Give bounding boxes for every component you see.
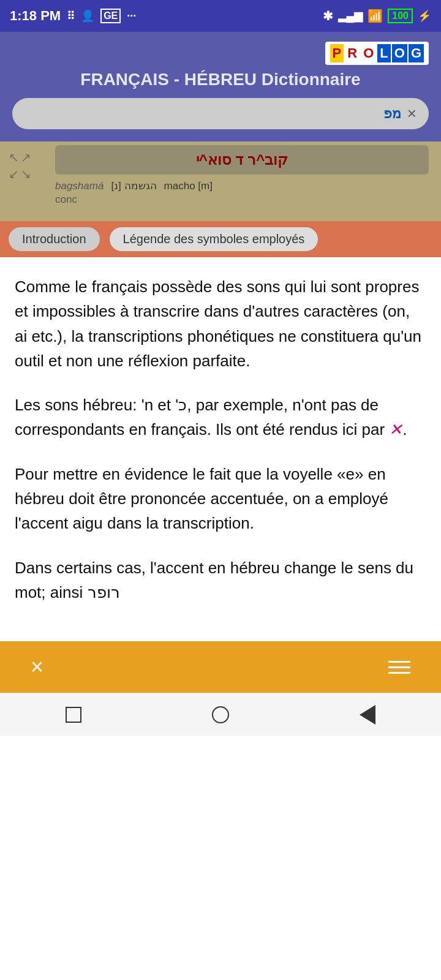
dict-row-1: bagshamá הגשמה [נ] macho [m]	[55, 179, 435, 192]
dict-label-2: conc	[55, 194, 77, 206]
cc-icon: GE	[100, 9, 121, 23]
logo-r: R	[345, 44, 360, 62]
status-bar: 1:18 PM ⠿ 👤 GE ··· ✱ ▂▄▆ 📶 100 ⚡	[0, 0, 441, 32]
menu-line-3	[388, 672, 410, 674]
dict-rows: bagshamá הגשמה [נ] macho [m] conc	[6, 179, 435, 206]
dict-row-2: conc	[55, 194, 435, 206]
paragraph-1-text: Comme le français possède des sons qui l…	[15, 277, 421, 370]
bottom-bar: ×	[0, 641, 441, 693]
bluetooth-icon: ✱	[323, 9, 333, 23]
nav-square-button[interactable]	[66, 707, 81, 723]
paragraph-3: Pour mettre en évidence le fait que la v…	[15, 462, 426, 536]
dict-hebrew-1: הגשמה [נ]	[111, 179, 156, 192]
paragraph-1: Comme le français possède des sons qui l…	[15, 274, 426, 373]
wifi-icon: 📶	[368, 9, 383, 23]
paragraph-4-text: Dans certains cas, l'accent en hébreu ch…	[15, 559, 413, 601]
menu-line-2	[388, 666, 410, 668]
more-icon: ···	[127, 10, 136, 23]
expand-icon[interactable]: ↖ ↗ ↙ ↘	[9, 150, 31, 181]
search-hebrew-text: מפ	[383, 106, 401, 122]
paragraph-3-text: Pour mettre en évidence le fait que la v…	[15, 465, 388, 533]
battery-icon: 100	[388, 9, 413, 23]
dict-extra-1: macho [m]	[164, 180, 213, 192]
apps-icon: ⠿	[67, 9, 75, 23]
dict-label-1: bagshamá	[55, 180, 104, 192]
paragraph-4: Dans certains cas, l'accent en hébreu ch…	[15, 556, 426, 605]
tab-legende[interactable]: Légende des symboles employés	[110, 227, 318, 251]
nav-back-button[interactable]	[360, 705, 375, 725]
person-icon: 👤	[81, 9, 94, 23]
nav-home-button[interactable]	[212, 706, 229, 723]
logo-g: G	[409, 44, 424, 62]
clear-search-button[interactable]: ×	[407, 104, 417, 123]
tab-introduction[interactable]: Introduction	[9, 227, 100, 251]
menu-line-1	[388, 661, 410, 663]
dict-title: FRANÇAIS - HÉBREU Dictionnaire	[12, 70, 429, 89]
logo-o2: O	[392, 44, 407, 62]
dict-preview: ↖ ↗ ↙ ↘ קוב^ר ד סוא^י bagshamá הגשמה [נ]…	[0, 141, 441, 221]
close-button[interactable]: ×	[31, 654, 43, 680]
main-content: Comme le français possède des sons qui l…	[0, 257, 441, 641]
paragraph-2-text-before: Les sons hébreu: 'n et 'כ, par exemple, …	[15, 396, 389, 439]
paragraph-2-highlight: ✕	[389, 420, 402, 439]
tab-bar: Introduction Légende des symboles employ…	[0, 221, 441, 257]
dict-header-hebrew: קוב^ר ד סוא^י	[67, 151, 417, 168]
dict-header-bar: קוב^ר ד סוא^י	[55, 145, 429, 175]
search-bar: מפ ×	[12, 98, 429, 129]
logo-l: L	[377, 44, 390, 62]
header-area: P R O L O G FRANÇAIS - HÉBREU Dictionnai…	[0, 32, 441, 141]
logo-p: P	[330, 44, 344, 62]
signal-icon: ▂▄▆	[338, 9, 363, 23]
paragraph-2: Les sons hébreu: 'n et 'כ, par exemple, …	[15, 393, 426, 442]
status-time: 1:18 PM	[10, 8, 61, 24]
menu-button[interactable]	[388, 661, 410, 674]
battery-bolt: ⚡	[418, 9, 431, 23]
status-left: 1:18 PM ⠿ 👤 GE ···	[10, 8, 136, 24]
paragraph-2-text-after: .	[402, 420, 407, 439]
search-input-area[interactable]: מפ	[24, 106, 401, 122]
nav-bar	[0, 693, 441, 736]
logo-box: P R O L O G	[325, 42, 429, 65]
prolog-logo: P R O L O G	[12, 42, 429, 65]
logo-o: O	[361, 44, 376, 62]
status-right: ✱ ▂▄▆ 📶 100 ⚡	[323, 9, 431, 23]
